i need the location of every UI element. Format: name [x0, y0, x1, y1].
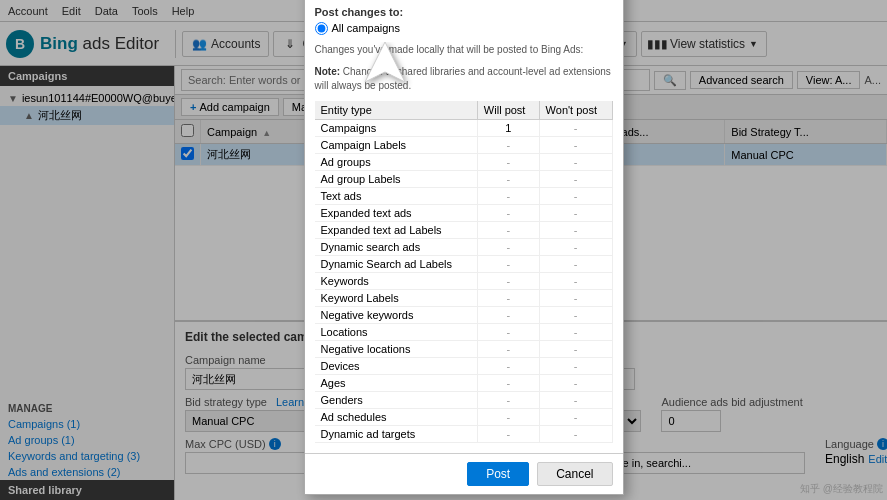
summary-table-row: Text ads - -	[315, 187, 613, 204]
summary-td-entity: Expanded text ads	[315, 204, 478, 221]
summary-td-wont-post: -	[539, 238, 612, 255]
summary-table-row: Negative locations - -	[315, 340, 613, 357]
all-campaigns-radio[interactable]	[315, 22, 328, 35]
summary-table-row: Campaigns 1 -	[315, 119, 613, 136]
all-campaigns-label: All campaigns	[332, 22, 400, 34]
summary-td-entity: Negative keywords	[315, 306, 478, 323]
summary-table-row: Dynamic Search ad Labels - -	[315, 255, 613, 272]
summary-td-entity: Ad schedules	[315, 408, 478, 425]
summary-table-row: Keywords - -	[315, 272, 613, 289]
modal-cancel-button[interactable]: Cancel	[537, 462, 612, 486]
summary-td-wont-post: -	[539, 170, 612, 187]
all-campaigns-radio-group: All campaigns	[315, 22, 613, 35]
summary-td-entity: Campaigns	[315, 119, 478, 136]
summary-table-row: Ad schedules - -	[315, 408, 613, 425]
summary-td-entity: Ad group Labels	[315, 170, 478, 187]
summary-td-will-post: -	[477, 306, 539, 323]
summary-td-will-post: -	[477, 374, 539, 391]
post-changes-label: Post changes to:	[315, 6, 613, 18]
summary-td-will-post: -	[477, 289, 539, 306]
summary-td-wont-post: -	[539, 374, 612, 391]
summary-td-entity: Keywords	[315, 272, 478, 289]
summary-table-header-row: Entity type Will post Won't post	[315, 101, 613, 120]
summary-td-wont-post: -	[539, 306, 612, 323]
summary-table-row: Locations - -	[315, 323, 613, 340]
summary-td-will-post: -	[477, 204, 539, 221]
note-bold: Note:	[315, 66, 341, 77]
summary-td-will-post: -	[477, 187, 539, 204]
summary-td-entity: Dynamic search ads	[315, 238, 478, 255]
summary-table-row: Genders - -	[315, 391, 613, 408]
summary-td-wont-post: -	[539, 272, 612, 289]
summary-td-will-post: 1	[477, 119, 539, 136]
summary-td-wont-post: -	[539, 408, 612, 425]
summary-td-will-post: -	[477, 221, 539, 238]
summary-th-entity: Entity type	[315, 101, 478, 120]
summary-table-row: Ad group Labels - -	[315, 170, 613, 187]
summary-table-row: Campaign Labels - -	[315, 136, 613, 153]
summary-table-row: Dynamic search ads - -	[315, 238, 613, 255]
summary-td-entity: Campaign Labels	[315, 136, 478, 153]
summary-td-will-post: -	[477, 425, 539, 442]
summary-table: Entity type Will post Won't post Campaig…	[315, 101, 613, 443]
watermark: 知乎 @经验教程院	[800, 482, 883, 496]
summary-td-wont-post: -	[539, 153, 612, 170]
modal-post-button[interactable]: Post	[467, 462, 529, 486]
summary-th-will-post: Will post	[477, 101, 539, 120]
modal-note-extra: Note: Changes to shared libraries and ac…	[315, 65, 613, 93]
summary-td-will-post: -	[477, 238, 539, 255]
summary-td-will-post: -	[477, 272, 539, 289]
summary-modal: Summary of changes ✕ Post changes to: Al…	[304, 0, 624, 495]
summary-td-will-post: -	[477, 340, 539, 357]
summary-td-entity: Keyword Labels	[315, 289, 478, 306]
summary-td-will-post: -	[477, 153, 539, 170]
summary-td-entity: Text ads	[315, 187, 478, 204]
summary-td-wont-post: -	[539, 391, 612, 408]
summary-td-wont-post: -	[539, 425, 612, 442]
summary-td-will-post: -	[477, 255, 539, 272]
modal-footer: Post Cancel	[305, 453, 623, 494]
modal-overlay: Summary of changes ✕ Post changes to: Al…	[0, 0, 887, 500]
summary-td-entity: Expanded text ad Labels	[315, 221, 478, 238]
summary-th-wont-post: Won't post	[539, 101, 612, 120]
summary-td-entity: Dynamic ad targets	[315, 425, 478, 442]
summary-td-entity: Devices	[315, 357, 478, 374]
summary-table-row: Keyword Labels - -	[315, 289, 613, 306]
summary-td-wont-post: -	[539, 187, 612, 204]
summary-td-wont-post: -	[539, 340, 612, 357]
summary-td-will-post: -	[477, 391, 539, 408]
summary-table-row: Negative keywords - -	[315, 306, 613, 323]
modal-body: Post changes to: All campaigns Changes y…	[305, 0, 623, 453]
summary-td-entity: Ages	[315, 374, 478, 391]
summary-table-row: Devices - -	[315, 357, 613, 374]
summary-td-wont-post: -	[539, 289, 612, 306]
summary-table-row: Ad groups - -	[315, 153, 613, 170]
summary-td-will-post: -	[477, 323, 539, 340]
summary-table-row: Expanded text ad Labels - -	[315, 221, 613, 238]
summary-table-row: Dynamic ad targets - -	[315, 425, 613, 442]
summary-td-entity: Locations	[315, 323, 478, 340]
summary-td-wont-post: -	[539, 255, 612, 272]
summary-td-wont-post: -	[539, 204, 612, 221]
summary-td-entity: Genders	[315, 391, 478, 408]
summary-td-will-post: -	[477, 408, 539, 425]
summary-td-will-post: -	[477, 357, 539, 374]
summary-td-wont-post: -	[539, 119, 612, 136]
summary-table-row: Ages - -	[315, 374, 613, 391]
summary-td-wont-post: -	[539, 323, 612, 340]
summary-td-will-post: -	[477, 170, 539, 187]
summary-td-entity: Dynamic Search ad Labels	[315, 255, 478, 272]
summary-td-wont-post: -	[539, 136, 612, 153]
summary-table-row: Expanded text ads - -	[315, 204, 613, 221]
summary-td-wont-post: -	[539, 357, 612, 374]
modal-note-changes: Changes you've made locally that will be…	[315, 43, 613, 57]
summary-td-entity: Negative locations	[315, 340, 478, 357]
summary-td-entity: Ad groups	[315, 153, 478, 170]
summary-td-will-post: -	[477, 136, 539, 153]
summary-td-wont-post: -	[539, 221, 612, 238]
